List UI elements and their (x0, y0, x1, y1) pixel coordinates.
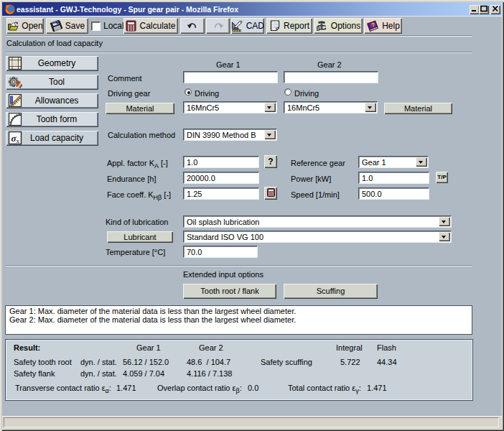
svg-text:x: x (17, 137, 20, 144)
